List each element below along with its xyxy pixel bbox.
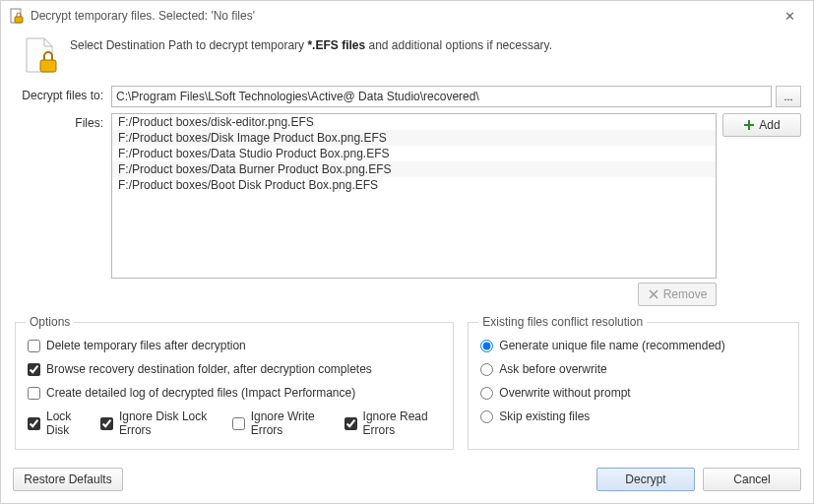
options-title: Options bbox=[26, 315, 74, 329]
files-label: Files: bbox=[13, 113, 111, 306]
detailed-log-checkbox[interactable]: Create detailed log of decrypted files (… bbox=[28, 386, 441, 400]
cancel-button[interactable]: Cancel bbox=[703, 468, 801, 491]
add-label: Add bbox=[759, 118, 780, 132]
header-text: Select Destination Path to decrypt tempo… bbox=[70, 36, 552, 52]
options-group: Options Delete temporary files after dec… bbox=[15, 322, 454, 450]
ignore-lock-checkbox[interactable]: Ignore Disk Lock Errors bbox=[100, 410, 217, 437]
form-body: Decrypt files to: ... Files: F:/Product … bbox=[1, 86, 813, 458]
svg-rect-2 bbox=[40, 60, 56, 72]
titlebar: Decrypt temporary files. Selected: 'No f… bbox=[1, 1, 813, 31]
browse-after-checkbox[interactable]: Browse recovery destination folder, afte… bbox=[28, 362, 441, 376]
lock-disk-checkbox[interactable]: Lock Disk bbox=[28, 410, 85, 437]
svg-rect-0 bbox=[11, 9, 21, 23]
close-icon[interactable]: ✕ bbox=[772, 9, 807, 24]
ignore-write-checkbox[interactable]: Ignore Write Errors bbox=[232, 410, 329, 437]
svg-rect-1 bbox=[15, 17, 23, 23]
ignore-read-checkbox[interactable]: Ignore Read Errors bbox=[344, 410, 442, 437]
header-text-post: and additional options if necessary. bbox=[365, 38, 552, 52]
conflict-group: Existing files conflict resolution Gener… bbox=[468, 322, 799, 450]
header-doc-lock-icon bbox=[21, 36, 60, 76]
header: Select Destination Path to decrypt tempo… bbox=[1, 31, 813, 86]
dialog-window: { "title": "Decrypt temporary files. Sel… bbox=[0, 0, 814, 504]
remove-button[interactable]: Remove bbox=[638, 283, 717, 306]
header-text-bold: *.EFS files bbox=[307, 38, 365, 52]
conflict-unique-radio[interactable]: Generate unique file name (recommended) bbox=[480, 339, 786, 352]
browse-button[interactable]: ... bbox=[776, 86, 801, 107]
files-list[interactable]: F:/Product boxes/disk-editor.png.EFSF:/P… bbox=[111, 113, 717, 279]
restore-defaults-button[interactable]: Restore Defaults bbox=[13, 468, 123, 491]
decrypt-path-row: Decrypt files to: ... bbox=[13, 86, 801, 107]
conflict-title: Existing files conflict resolution bbox=[478, 315, 647, 329]
conflict-overwrite-radio[interactable]: Overwrite without prompt bbox=[480, 386, 786, 400]
remove-label: Remove bbox=[663, 287, 708, 301]
conflict-skip-radio[interactable]: Skip existing files bbox=[480, 410, 786, 423]
app-icon bbox=[9, 8, 25, 24]
delete-temp-checkbox[interactable]: Delete temporary files after decryption bbox=[28, 339, 441, 352]
file-item[interactable]: F:/Product boxes/Boot Disk Product Box.p… bbox=[112, 177, 716, 193]
decrypt-to-label: Decrypt files to: bbox=[13, 86, 111, 107]
groups: Options Delete temporary files after dec… bbox=[15, 322, 799, 450]
file-item[interactable]: F:/Product boxes/disk-editor.png.EFS bbox=[112, 114, 716, 130]
decrypt-button[interactable]: Decrypt bbox=[596, 468, 695, 491]
remove-x-icon bbox=[648, 288, 659, 300]
add-button[interactable]: Add bbox=[722, 113, 801, 137]
footer: Restore Defaults Decrypt Cancel bbox=[1, 458, 813, 503]
header-text-pre: Select Destination Path to decrypt tempo… bbox=[70, 38, 307, 52]
decrypt-path-input[interactable] bbox=[111, 86, 772, 107]
conflict-ask-radio[interactable]: Ask before overwrite bbox=[480, 362, 786, 376]
file-item[interactable]: F:/Product boxes/Data Studio Product Box… bbox=[112, 146, 716, 161]
file-item[interactable]: F:/Product boxes/Data Burner Product Box… bbox=[112, 161, 716, 177]
file-item[interactable]: F:/Product boxes/Disk Image Product Box.… bbox=[112, 130, 716, 146]
files-row: Files: F:/Product boxes/disk-editor.png.… bbox=[13, 113, 801, 306]
add-plus-icon bbox=[743, 119, 755, 131]
window-title: Decrypt temporary files. Selected: 'No f… bbox=[31, 9, 772, 23]
